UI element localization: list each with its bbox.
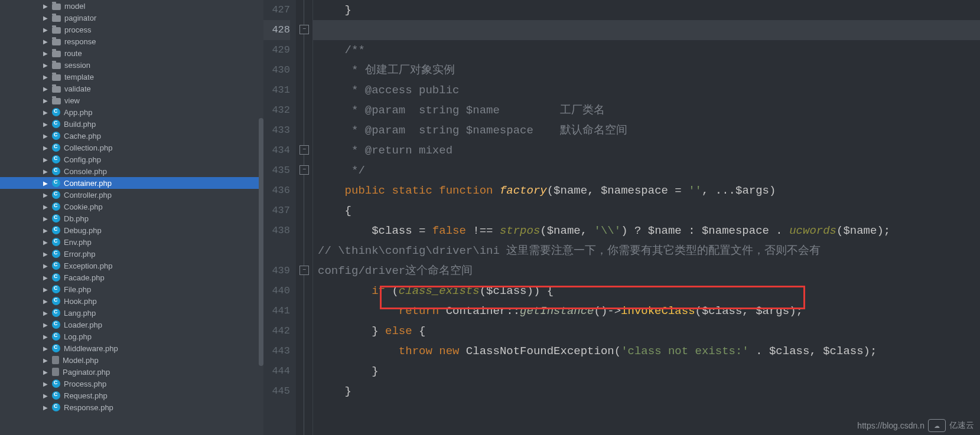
code-line[interactable]: * @param string $namespace 默认命名空间 (313, 120, 980, 140)
line-number[interactable]: 439 (263, 261, 290, 281)
chevron-right-icon[interactable]: ▶ (43, 3, 48, 9)
tree-item-validate[interactable]: ▶validate (0, 83, 263, 94)
chevron-right-icon[interactable]: ▶ (43, 86, 48, 92)
chevron-right-icon[interactable]: ▶ (43, 393, 48, 399)
code-line[interactable]: } (313, 361, 980, 381)
tree-item-paginator[interactable]: ▶paginator (0, 12, 263, 24)
tree-item-route[interactable]: ▶route (0, 47, 263, 59)
chevron-right-icon[interactable]: ▶ (43, 286, 48, 293)
code-line[interactable]: } else { (313, 321, 980, 341)
line-number[interactable]: 437 (263, 201, 290, 221)
chevron-right-icon[interactable]: ▶ (43, 227, 48, 234)
code-line[interactable]: * @return mixed (313, 140, 980, 161)
tree-item-file-php[interactable]: ▶File.php (0, 283, 263, 295)
code-line[interactable]: } (313, 0, 980, 20)
tree-item-middleware-php[interactable]: ▶Middleware.php (0, 342, 263, 354)
tree-item-controller-php[interactable]: ▶Controller.php (0, 189, 263, 201)
tree-item-view[interactable]: ▶view (0, 94, 263, 106)
chevron-right-icon[interactable]: ▶ (43, 121, 48, 127)
sidebar-scrollbar[interactable] (259, 118, 263, 366)
chevron-right-icon[interactable]: ▶ (43, 251, 48, 257)
chevron-right-icon[interactable]: ▶ (43, 145, 48, 151)
line-number[interactable]: 428 (263, 20, 290, 40)
chevron-right-icon[interactable]: ▶ (43, 369, 48, 375)
code-line[interactable]: * @param string $name 工厂类名 (313, 100, 980, 120)
line-number[interactable]: 438 (263, 221, 290, 261)
chevron-right-icon[interactable]: ▶ (43, 27, 48, 33)
tree-item-response-php[interactable]: ▶Response.php (0, 401, 263, 413)
chevron-right-icon[interactable]: ▶ (43, 215, 48, 222)
line-number[interactable]: 443 (263, 341, 290, 361)
fold-marker-icon[interactable]: − (299, 25, 309, 34)
line-number[interactable]: 434 (263, 140, 290, 161)
tree-item-session[interactable]: ▶session (0, 59, 263, 71)
line-number[interactable]: 440 (263, 281, 290, 301)
code-line[interactable]: public static function factory($name, $n… (313, 181, 980, 201)
line-number[interactable]: 430 (263, 60, 290, 80)
chevron-right-icon[interactable]: ▶ (43, 322, 48, 328)
chevron-right-icon[interactable]: ▶ (43, 38, 48, 45)
tree-item-cookie-php[interactable]: ▶Cookie.php (0, 201, 263, 212)
chevron-right-icon[interactable]: ▶ (43, 298, 48, 305)
tree-item-model-php[interactable]: ▶Model.php (0, 354, 263, 366)
chevron-right-icon[interactable]: ▶ (43, 97, 48, 104)
chevron-right-icon[interactable]: ▶ (43, 15, 48, 21)
line-number[interactable]: 427 (263, 0, 290, 20)
tree-item-loader-php[interactable]: ▶Loader.php (0, 319, 263, 331)
fold-marker-icon[interactable]: − (299, 266, 309, 275)
code-line[interactable]: * 创建工厂对象实例 (313, 60, 980, 80)
tree-item-cache-php[interactable]: ▶Cache.php (0, 130, 263, 142)
tree-item-console-php[interactable]: ▶Console.php (0, 165, 263, 177)
chevron-right-icon[interactable]: ▶ (43, 204, 48, 210)
line-number[interactable]: 435 (263, 161, 290, 181)
code-line[interactable]: // \think\config\driver\ini 这里需要注意一下，你需要… (313, 241, 980, 281)
tree-item-debug-php[interactable]: ▶Debug.php (0, 224, 263, 236)
tree-item-template[interactable]: ▶template (0, 71, 263, 83)
code-line[interactable]: * @access public (313, 80, 980, 100)
chevron-right-icon[interactable]: ▶ (43, 345, 48, 352)
line-number[interactable]: 429 (263, 40, 290, 60)
line-number[interactable]: 436 (263, 181, 290, 201)
chevron-right-icon[interactable]: ▶ (43, 109, 48, 116)
chevron-right-icon[interactable]: ▶ (43, 50, 48, 57)
line-number[interactable]: 433 (263, 120, 290, 140)
tree-item-paginator-php[interactable]: ▶Paginator.php (0, 366, 263, 378)
code-line[interactable]: $class = false !== strpos($name, '\\') ?… (313, 221, 980, 241)
chevron-right-icon[interactable]: ▶ (43, 192, 48, 198)
tree-item-build-php[interactable]: ▶Build.php (0, 118, 263, 130)
chevron-right-icon[interactable]: ▶ (43, 168, 48, 175)
chevron-right-icon[interactable]: ▶ (43, 239, 48, 246)
chevron-right-icon[interactable]: ▶ (43, 381, 48, 387)
chevron-right-icon[interactable]: ▶ (43, 333, 48, 340)
tree-item-process[interactable]: ▶process (0, 24, 263, 35)
chevron-right-icon[interactable]: ▶ (43, 133, 48, 139)
line-number[interactable]: 445 (263, 381, 290, 401)
chevron-right-icon[interactable]: ▶ (43, 357, 48, 364)
chevron-right-icon[interactable]: ▶ (43, 180, 48, 187)
tree-item-db-php[interactable]: ▶Db.php (0, 212, 263, 224)
chevron-right-icon[interactable]: ▶ (43, 156, 48, 163)
line-number[interactable]: 431 (263, 80, 290, 100)
code-line[interactable]: /** (313, 40, 980, 60)
chevron-right-icon[interactable]: ▶ (43, 263, 48, 269)
code-line[interactable] (313, 401, 980, 421)
tree-item-process-php[interactable]: ▶Process.php (0, 378, 263, 390)
code-line[interactable]: throw new ClassNotFoundException('class … (313, 341, 980, 361)
line-number[interactable]: 442 (263, 321, 290, 341)
code-line[interactable]: if (class_exists($class)) { (313, 281, 980, 301)
chevron-right-icon[interactable]: ▶ (43, 310, 48, 316)
tree-item-collection-php[interactable]: ▶Collection.php (0, 142, 263, 153)
code-line[interactable]: */ (313, 161, 980, 181)
tree-item-request-php[interactable]: ▶Request.php (0, 390, 263, 401)
code-line[interactable]: } (313, 381, 980, 401)
fold-marker-icon[interactable]: − (299, 165, 309, 175)
tree-item-error-php[interactable]: ▶Error.php (0, 248, 263, 260)
code-line[interactable]: return Container::getInstance()->invokeC… (313, 301, 980, 321)
code-line[interactable] (313, 20, 980, 40)
chevron-right-icon[interactable]: ▶ (43, 404, 48, 411)
line-number[interactable]: 432 (263, 100, 290, 120)
tree-item-hook-php[interactable]: ▶Hook.php (0, 295, 263, 307)
line-number[interactable]: 441 (263, 301, 290, 321)
fold-marker-icon[interactable]: − (299, 145, 309, 155)
tree-item-model[interactable]: ▶model (0, 0, 263, 12)
